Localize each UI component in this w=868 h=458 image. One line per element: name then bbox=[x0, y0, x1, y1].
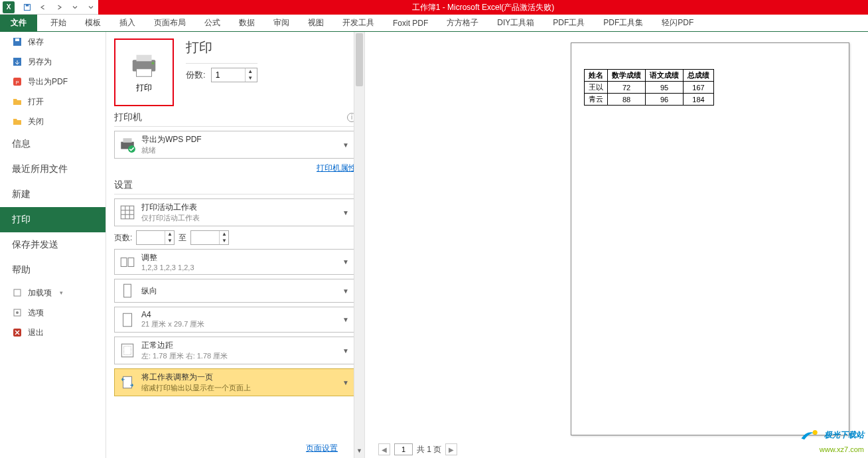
svg-rect-13 bbox=[137, 68, 152, 76]
pages-from-input[interactable]: ▲▼ bbox=[136, 230, 175, 245]
print-settings-panel: 打印 打印 份数: ▲▼ 打印机 i 导出为WPS P bbox=[106, 32, 365, 458]
sidebar-label: 退出 bbox=[28, 327, 44, 339]
chevron-down-icon: ▼ bbox=[340, 141, 352, 149]
ribbon-tab-template[interactable]: 模板 bbox=[76, 15, 110, 31]
spinner-up-icon[interactable]: ▲ bbox=[246, 68, 255, 75]
page-next-button[interactable]: ▶ bbox=[445, 443, 457, 455]
copies-spinner[interactable]: ▲▼ bbox=[211, 68, 257, 82]
spinner-down-icon[interactable]: ▼ bbox=[246, 75, 255, 82]
sidebar-open[interactable]: 打开 bbox=[0, 92, 106, 112]
pages-from-label: 页数: bbox=[114, 232, 132, 244]
page-setup-link[interactable]: 页面设置 bbox=[306, 443, 338, 454]
ribbon-tab-file[interactable]: 文件 bbox=[0, 15, 37, 31]
sidebar-options[interactable]: 选项 bbox=[0, 303, 106, 323]
qat-dropdown-icon[interactable] bbox=[84, 1, 98, 13]
page-number-input[interactable] bbox=[394, 443, 413, 455]
page-total-label: 共 1 页 bbox=[417, 444, 441, 455]
pages-to-input[interactable]: ▲▼ bbox=[190, 230, 229, 245]
sidebar-close[interactable]: 关闭 bbox=[0, 112, 106, 131]
svg-point-14 bbox=[152, 62, 155, 64]
qat-more-icon[interactable] bbox=[68, 1, 82, 13]
undo-icon[interactable] bbox=[36, 1, 50, 13]
print-button-label: 打印 bbox=[136, 82, 152, 94]
ribbon-tab-pagelayout[interactable]: 页面布局 bbox=[145, 15, 195, 31]
margins-dropdown[interactable]: 正常边距 左: 1.78 厘米 右: 1.78 厘米 ▼ bbox=[114, 337, 356, 364]
chevron-down-icon: ▼ bbox=[340, 347, 352, 354]
sidebar-label: 加载项 bbox=[28, 287, 52, 299]
preview-pager: ◀ 共 1 页 ▶ bbox=[378, 443, 457, 455]
settings-scrollbar[interactable]: ▲ ▼ bbox=[354, 32, 364, 458]
sidebar-label: 保存 bbox=[28, 37, 44, 48]
ribbon-tab-data[interactable]: 数据 bbox=[230, 15, 264, 31]
copies-input[interactable] bbox=[212, 70, 245, 80]
options-icon bbox=[12, 307, 23, 318]
copies-label: 份数: bbox=[186, 69, 206, 81]
chevron-down-icon: ▼ bbox=[340, 287, 352, 295]
ribbon-tab-pdftool[interactable]: PDF工具 bbox=[543, 15, 594, 31]
sidebar-exit[interactable]: 退出 bbox=[0, 323, 106, 343]
table-row: 王以 72 95 167 bbox=[585, 82, 714, 94]
save-icon[interactable] bbox=[20, 1, 35, 13]
chevron-down-icon: ▼ bbox=[340, 258, 352, 266]
printer-icon bbox=[129, 52, 159, 78]
ribbon-tab-insert[interactable]: 插入 bbox=[110, 15, 145, 31]
table-row: 青云 88 96 184 bbox=[585, 94, 714, 106]
scaling-dropdown[interactable]: 将工作表调整为一页 缩减打印输出以显示在一个页面上 ▼ bbox=[114, 368, 356, 396]
ribbon-tab-formulas[interactable]: 公式 bbox=[195, 15, 230, 31]
sidebar-info[interactable]: 信息 bbox=[0, 131, 106, 157]
printer-status: 就绪 bbox=[141, 145, 340, 155]
ribbon-tab-developer[interactable]: 开发工具 bbox=[333, 15, 384, 31]
save-icon bbox=[12, 37, 23, 47]
print-preview: 姓名 数学成绩 语文成绩 总成绩 王以 72 95 167 青云 88 96 1… bbox=[365, 32, 868, 458]
page-prev-button[interactable]: ◀ bbox=[378, 443, 390, 455]
collate-dropdown[interactable]: 调整 1,2,3 1,2,3 1,2,3 ▼ bbox=[114, 249, 356, 275]
svg-rect-1 bbox=[26, 4, 29, 6]
ribbon-tab-lightpdf[interactable]: 轻闪PDF bbox=[652, 15, 703, 31]
ribbon-tab-pdfset[interactable]: PDF工具集 bbox=[594, 15, 652, 31]
orientation-dropdown[interactable]: 纵向 ▼ bbox=[114, 279, 356, 303]
ribbon-tab-ffgz[interactable]: 方方格子 bbox=[437, 15, 488, 31]
sidebar-savesend[interactable]: 保存并发送 bbox=[0, 232, 106, 258]
printer-dropdown[interactable]: 导出为WPS PDF 就绪 ▼ bbox=[114, 131, 356, 159]
printer-status-icon bbox=[119, 136, 136, 153]
ribbon-tab-foxit[interactable]: Foxit PDF bbox=[384, 15, 437, 31]
paper-dropdown[interactable]: A4 21 厘米 x 29.7 厘米 ▼ bbox=[114, 307, 356, 333]
ribbon-tab-view[interactable]: 视图 bbox=[299, 15, 333, 31]
svg-rect-29 bbox=[123, 376, 132, 388]
svg-rect-7 bbox=[14, 289, 21, 296]
sidebar-print[interactable]: 打印 bbox=[0, 207, 106, 232]
backstage-sidebar: 保存 另存为 P 导出为PDF 打开 关闭 信息 最近所用文件 新建 打印 保存… bbox=[0, 32, 106, 458]
svg-rect-26 bbox=[123, 313, 132, 327]
exit-icon bbox=[12, 327, 23, 338]
sidebar-recent[interactable]: 最近所用文件 bbox=[0, 157, 106, 182]
sidebar-saveas[interactable]: 另存为 bbox=[0, 52, 106, 72]
scroll-down-icon[interactable]: ▼ bbox=[354, 447, 364, 458]
chevron-down-icon: ▼ bbox=[340, 209, 352, 216]
print-button[interactable]: 打印 bbox=[114, 38, 174, 106]
svg-rect-12 bbox=[137, 54, 152, 61]
excel-app-icon: X bbox=[3, 1, 15, 13]
sidebar-label: 打开 bbox=[28, 96, 44, 108]
folder-open-icon bbox=[12, 96, 23, 107]
sidebar-save[interactable]: 保存 bbox=[0, 32, 106, 52]
sidebar-label: 关闭 bbox=[28, 116, 44, 127]
scroll-thumb[interactable] bbox=[356, 33, 363, 86]
sidebar-label: 另存为 bbox=[28, 56, 52, 68]
sidebar-help[interactable]: 帮助 bbox=[0, 258, 106, 283]
chevron-down-icon: ▼ bbox=[340, 316, 352, 323]
sidebar-label: 导出为PDF bbox=[28, 76, 68, 88]
print-what-dropdown[interactable]: 打印活动工作表 仅打印活动工作表 ▼ bbox=[114, 198, 356, 226]
ribbon-tab-review[interactable]: 审阅 bbox=[264, 15, 299, 31]
sidebar-new[interactable]: 新建 bbox=[0, 182, 106, 207]
chevron-down-icon: ▼ bbox=[340, 379, 352, 386]
ribbon-tab-home[interactable]: 开始 bbox=[41, 15, 76, 31]
printer-properties-link[interactable]: 打印机属性 bbox=[114, 163, 356, 174]
svg-rect-16 bbox=[123, 138, 132, 143]
redo-icon[interactable] bbox=[52, 1, 66, 13]
ribbon-tab-diy[interactable]: DIY工具箱 bbox=[488, 15, 543, 31]
margins-icon bbox=[119, 342, 136, 359]
sidebar-addins[interactable]: 加载项 ▾ bbox=[0, 283, 106, 303]
sheet-icon bbox=[119, 204, 136, 221]
sidebar-exportpdf[interactable]: P 导出为PDF bbox=[0, 72, 106, 92]
collate-icon bbox=[119, 254, 136, 271]
